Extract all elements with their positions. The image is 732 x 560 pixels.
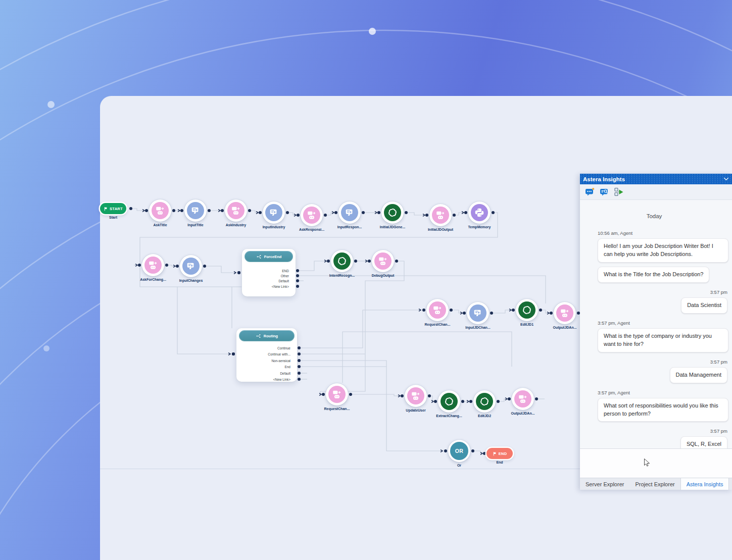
toolbar-run-flow-button[interactable] — [614, 187, 624, 197]
flow-node-initialjdoutput[interactable] — [429, 204, 452, 226]
flow-node-askforchang[interactable] — [142, 254, 164, 276]
flow-node-inputindustry[interactable] — [263, 201, 285, 224]
chat-bubble: Hello! I am your Job Description Writer … — [598, 238, 728, 263]
chat-message-group: 3:57 pm, AgentWhat is the type of compan… — [580, 320, 728, 352]
node-icon-wrap — [432, 207, 449, 224]
flow-box-header[interactable]: ForceEnd — [245, 251, 293, 262]
flow-node-label: DebugOutput — [359, 274, 407, 277]
node-icon-wrap — [469, 304, 486, 322]
chat-timestamp: 3:57 pm — [580, 289, 727, 295]
flow-node-or[interactable]: OR — [448, 440, 470, 462]
toolbar-chat-dots-button[interactable] — [584, 187, 595, 197]
chat-bubble-arrow-icon — [148, 260, 158, 270]
box-port-end[interactable]: END — [282, 269, 289, 273]
chat-area: Today 10:56 am, AgentHello! I am your Jo… — [580, 200, 732, 448]
flow-node-requestchan2[interactable] — [326, 383, 348, 405]
chat-input-icon — [345, 208, 355, 218]
chat-timestamp: 3:57 pm — [580, 428, 727, 434]
chat-bubble: What is the Title for the Job Descriptio… — [598, 267, 709, 283]
node-icon-wrap — [518, 301, 535, 319]
flow-node-label: Start — [89, 216, 137, 219]
flow-node-label: End — [475, 461, 524, 464]
node-icon-wrap — [471, 204, 488, 221]
tab-astera-insights[interactable]: Astera Insights — [680, 478, 729, 490]
chat-bubble-arrow-icon — [307, 210, 317, 220]
flow-node-debugoutput[interactable] — [372, 250, 394, 272]
flow-node-outputjdan1[interactable] — [554, 302, 576, 324]
node-icon-wrap — [407, 387, 424, 404]
flag-icon — [104, 207, 108, 211]
flow-box-routing[interactable]: RoutingContinueContinue with...Non-sensi… — [236, 328, 297, 382]
flow-node-updateuser[interactable] — [405, 385, 427, 407]
flow-node-label: InputJDChan... — [454, 326, 502, 329]
box-title: Routing — [264, 334, 278, 338]
node-icon-wrap — [556, 304, 573, 322]
flag-icon — [493, 451, 497, 456]
flow-node-label: TempMemory — [455, 225, 504, 229]
box-port-other[interactable]: Other — [281, 274, 289, 278]
chat-message-group: 3:57 pmSQL, R, Excel — [580, 428, 728, 448]
chat-input-icon — [186, 261, 196, 271]
chat-bubble-arrow-icon — [155, 206, 165, 216]
flow-node-outputjdan2[interactable] — [512, 388, 534, 410]
box-port-newlink[interactable]: <New Link> — [273, 378, 290, 381]
flow-box-forceend[interactable]: ForceEndENDOtherDefault<New Link> — [242, 249, 296, 296]
flow-node-label: InputChanges — [167, 279, 215, 282]
node-icon-wrap — [341, 204, 358, 221]
box-port-end[interactable]: End — [284, 365, 290, 369]
tab-project-explorer[interactable]: Project Explorer — [629, 478, 680, 490]
flow-node-inputrespon[interactable] — [338, 201, 361, 224]
routing-icon — [256, 333, 261, 339]
box-port-nonsensical[interactable]: Non-sensical — [271, 359, 290, 363]
mouse-cursor-icon — [643, 458, 651, 467]
chat-timestamp: 3:57 pm — [580, 359, 727, 365]
flow-node-editjd1[interactable] — [516, 299, 538, 321]
flow-node-extractchang[interactable] — [438, 390, 460, 413]
flow-node-label: RequestChan... — [313, 407, 361, 411]
chat-message-group: 3:57 pmData Scientist — [580, 289, 728, 314]
flow-node-intentrecogn[interactable] — [331, 250, 353, 272]
box-port-newlink[interactable]: <New Link> — [272, 285, 289, 288]
python-icon — [474, 208, 484, 218]
node-icon-wrap — [144, 257, 162, 274]
flow-box-header[interactable]: Routing — [239, 330, 295, 341]
box-port-continue[interactable]: Continue — [277, 346, 290, 350]
toolbar-chat-search-button[interactable] — [599, 187, 609, 197]
flow-node-requestchan1[interactable] — [426, 299, 449, 321]
panel-title: Astera Insights — [583, 176, 723, 182]
flow-node-askindustry[interactable] — [225, 199, 247, 222]
chevron-down-icon[interactable] — [723, 176, 729, 182]
openai-icon — [479, 396, 490, 406]
flow-node-inputtitle[interactable] — [184, 199, 207, 222]
chat-bubble: What is the type of company or industry … — [598, 328, 728, 352]
pill-text: END — [499, 451, 507, 456]
flow-node-asktitle[interactable] — [149, 199, 171, 222]
run-flow-icon — [614, 187, 624, 197]
chat-bubble: Data Management — [670, 367, 728, 383]
flow-node-inputchanges[interactable] — [180, 255, 202, 277]
flow-node-label: InputRespon... — [325, 225, 374, 229]
pill-text: START — [110, 207, 123, 211]
node-icon-wrap — [265, 204, 282, 221]
chat-bubble: Data Scientist — [681, 297, 727, 314]
tab-server-explorer[interactable]: Server Explorer — [580, 478, 629, 490]
flow-node-askresponsi[interactable] — [301, 204, 323, 226]
flow-node-end[interactable]: END — [486, 448, 513, 459]
box-port-default[interactable]: Default — [280, 372, 290, 375]
chat-dots-icon — [585, 187, 595, 197]
flow-node-tempmemory[interactable] — [468, 201, 491, 224]
flow-node-editjd2[interactable] — [473, 390, 496, 413]
node-icon-wrap — [514, 390, 531, 408]
chat-bubble-arrow-icon — [411, 391, 421, 401]
flow-node-start[interactable]: START — [100, 203, 126, 214]
flow-node-inputjdchan[interactable] — [467, 302, 489, 324]
box-port-default[interactable]: Default — [278, 279, 289, 283]
box-port-continuewith[interactable]: Continue with... — [268, 352, 290, 356]
flow-node-initialjdgene[interactable] — [381, 201, 404, 224]
chat-input-icon — [269, 208, 279, 218]
app-window: STARTStart AskTitle InputTitle AskIndust… — [0, 0, 732, 560]
openai-icon — [522, 305, 532, 315]
node-icon-wrap — [227, 202, 245, 219]
chat-bubble-arrow-icon — [560, 308, 570, 318]
chat-input-area[interactable] — [580, 448, 732, 478]
